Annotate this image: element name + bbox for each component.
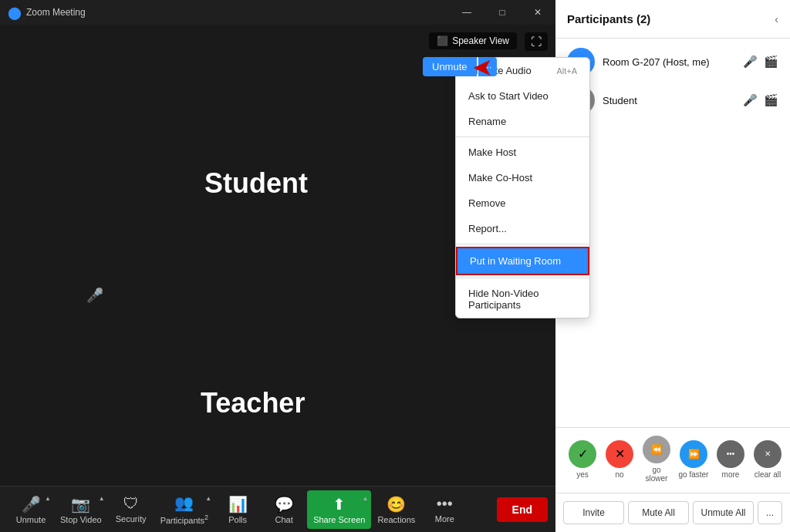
participants-arrow-icon[interactable]: ▲	[205, 495, 211, 502]
go-slower-icon: ⏪	[643, 436, 670, 463]
make-host-item[interactable]: Make Host	[456, 140, 589, 165]
camera-icon: 📷	[71, 495, 90, 513]
title-text: Zoom Meeting	[26, 7, 86, 18]
student-label: Student	[204, 167, 308, 200]
title-bar: ⬤ Zoom Meeting — □ ✕	[0, 0, 555, 25]
minimize-button[interactable]: —	[449, 0, 484, 25]
maximize-button[interactable]: □	[484, 0, 520, 25]
mute-icon: 🎤	[743, 93, 758, 107]
unmute-toolbar-label: Unmute	[16, 515, 46, 524]
expand-button[interactable]: ⛶	[525, 32, 548, 51]
reactions-button[interactable]: 😊 Reactions	[371, 490, 421, 529]
participant-row[interactable]: S Student 🎤 🎬	[555, 81, 790, 120]
separator	[456, 136, 589, 137]
video-icon: 🎬	[764, 55, 778, 69]
video-arrow-icon[interactable]: ▲	[99, 495, 105, 502]
reactions-icon: 😊	[387, 495, 406, 513]
chat-button[interactable]: 💬 Chat	[261, 490, 307, 529]
more-reactions[interactable]: ••• more	[715, 440, 746, 479]
yes-reaction[interactable]: ✓ yes	[567, 440, 598, 479]
chevron-icon[interactable]: ‹	[775, 13, 778, 25]
put-in-waiting-room-label: Put in Waiting Room	[470, 255, 561, 267]
hide-non-video-item[interactable]: Hide Non-Video Participants	[456, 281, 589, 318]
put-in-waiting-room-item[interactable]: Put in Waiting Room	[456, 247, 589, 275]
polls-label: Polls	[228, 515, 247, 524]
more-button[interactable]: ••• More	[421, 490, 468, 529]
panel-bottom: Invite Mute All Unmute All ...	[555, 493, 790, 532]
ask-start-video-label: Ask to Start Video	[468, 90, 549, 102]
reactions-label: Reactions	[377, 515, 415, 524]
speaker-view-icon: ⬛	[437, 35, 448, 46]
mute-all-button[interactable]: Mute All	[628, 501, 689, 524]
go-faster-label: go faster	[679, 470, 709, 479]
close-button[interactable]: ✕	[520, 0, 555, 25]
microphone-icon: 🎤	[22, 495, 41, 513]
red-arrow-annotation: ➤	[472, 52, 493, 82]
participants-label: Participants2	[160, 513, 209, 525]
participant-name: Room G-207 (Host, me)	[603, 56, 743, 68]
rename-label: Rename	[468, 116, 506, 127]
report-item[interactable]: Report...	[456, 216, 589, 241]
no-label: no	[615, 470, 623, 479]
share-arrow-icon[interactable]: ▲	[362, 495, 368, 502]
report-label: Report...	[468, 223, 507, 234]
separator	[456, 244, 589, 244]
chat-label: Chat	[275, 515, 293, 524]
polls-icon: 📊	[228, 495, 248, 513]
share-icon: ⬆	[333, 495, 346, 513]
mute-icon: 🎤	[743, 55, 758, 69]
shortcut-label: Alt+A	[556, 66, 577, 76]
no-reaction[interactable]: ✕ no	[604, 440, 635, 479]
reactions-row: ✓ yes ✕ no ⏪ go slower ⏩ go faster ••• m…	[567, 436, 778, 483]
teacher-label: Teacher	[201, 387, 305, 419]
make-host-label: Make Host	[468, 146, 516, 158]
more-reactions-icon: •••	[717, 440, 744, 468]
ask-start-video-item[interactable]: Ask to Start Video	[456, 83, 589, 109]
make-cohost-item[interactable]: Make Co-Host	[456, 165, 589, 190]
separator	[456, 278, 589, 278]
toolbar: 🎤 Unmute ▲ 📷 Stop Video ▲ 🛡 Security 👥 P…	[0, 486, 555, 532]
remove-item[interactable]: Remove	[456, 190, 589, 216]
security-button[interactable]: 🛡 Security	[108, 490, 154, 529]
more-reactions-label: more	[722, 470, 740, 479]
share-screen-button[interactable]: ⬆ Share Screen ▲	[307, 490, 371, 529]
rename-item[interactable]: Rename	[456, 109, 589, 134]
context-menu: Unmute Audio Alt+A Ask to Start Video Re…	[455, 57, 590, 318]
panel-more-button[interactable]: ...	[758, 501, 782, 524]
yes-label: yes	[576, 470, 589, 479]
participant-name: Student	[603, 95, 743, 106]
participants-list: RG Room G-207 (Host, me) 🎤 🎬 S Student 🎤…	[555, 39, 790, 427]
zoom-logo-icon: ⬤	[8, 5, 22, 20]
student-muted-icon: 🎤	[86, 287, 103, 304]
video-off-icon: 🎬	[764, 93, 778, 107]
speaker-view-button[interactable]: ⬛ Speaker View	[429, 32, 517, 49]
window-controls: — □ ✕	[449, 0, 555, 25]
more-icon: •••	[437, 495, 453, 513]
end-button[interactable]: End	[497, 497, 548, 522]
invite-button[interactable]: Invite	[563, 501, 624, 524]
participants-button[interactable]: 👥 Participants2 ▲	[154, 490, 215, 529]
unmute-toolbar-button[interactable]: 🎤 Unmute ▲	[8, 490, 54, 529]
unmute-all-button[interactable]: Unmute All	[693, 501, 754, 524]
participant-icons: 🎤 🎬	[743, 93, 778, 107]
no-icon: ✕	[606, 440, 633, 468]
remove-label: Remove	[468, 197, 505, 209]
panel-title: Participants (2)	[567, 12, 650, 25]
reactions-area: ✓ yes ✕ no ⏪ go slower ⏩ go faster ••• m…	[555, 427, 790, 493]
stop-video-button[interactable]: 📷 Stop Video ▲	[54, 490, 108, 529]
speaker-view-label: Speaker View	[452, 35, 509, 46]
hide-non-video-label: Hide Non-Video Participants	[468, 288, 577, 311]
participants-panel: Participants (2) ‹ RG Room G-207 (Host, …	[555, 0, 790, 532]
yes-icon: ✓	[569, 440, 596, 468]
chat-icon: 💬	[275, 495, 294, 513]
more-label: More	[435, 514, 454, 524]
go-slower-reaction[interactable]: ⏪ go slower	[641, 436, 672, 483]
clear-all-reaction[interactable]: ✕ clear all	[752, 440, 783, 479]
polls-button[interactable]: 📊 Polls	[214, 490, 261, 529]
unmute-context-button[interactable]: Unmute	[423, 57, 477, 76]
go-faster-reaction[interactable]: ⏩ go faster	[678, 440, 709, 479]
clear-all-label: clear all	[755, 470, 781, 479]
unmute-arrow-icon[interactable]: ▲	[45, 495, 51, 502]
participant-row[interactable]: RG Room G-207 (Host, me) 🎤 🎬	[555, 42, 790, 81]
participant-icons: 🎤 🎬	[743, 55, 778, 69]
